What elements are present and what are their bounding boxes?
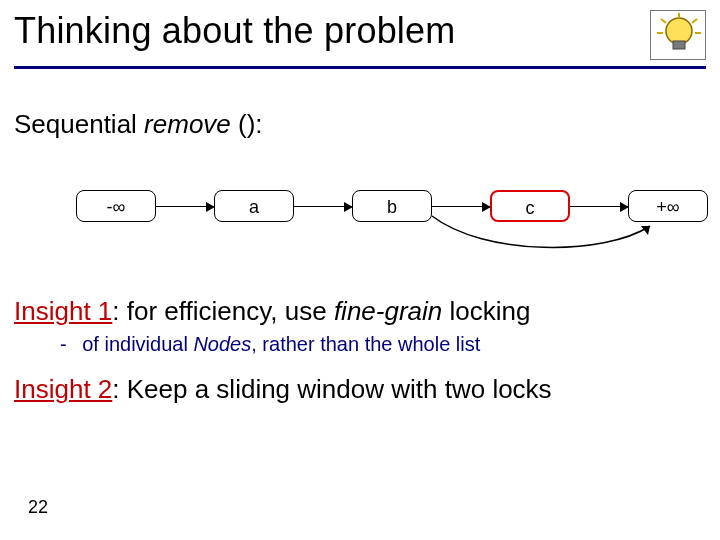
sub1-pre: of individual <box>82 333 193 355</box>
svg-line-4 <box>692 19 697 23</box>
subtitle-method: remove <box>144 109 238 139</box>
sub1-post: , rather than the whole list <box>251 333 480 355</box>
slide-title: Thinking about the problem <box>14 10 455 52</box>
lightbulb-icon <box>650 10 706 60</box>
bypass-arrow <box>14 186 714 266</box>
title-bar: Thinking about the problem <box>14 10 706 69</box>
insight-1-text-2: locking <box>442 296 530 326</box>
insight-2: Insight 2: Keep a sliding window with tw… <box>14 374 706 405</box>
insight-2-label: Insight 2 <box>14 374 112 404</box>
subtitle: Sequential remove (): <box>14 109 706 140</box>
subtitle-suffix: (): <box>238 109 263 139</box>
sub1-ital: Nodes <box>193 333 251 355</box>
bullet-dash: - <box>60 333 67 355</box>
svg-line-3 <box>661 19 666 23</box>
insight-1-label: Insight 1 <box>14 296 112 326</box>
insight-2-text: : Keep a sliding window with two locks <box>112 374 551 404</box>
svg-rect-1 <box>673 41 685 49</box>
insight-1-sub: - of individual Nodes, rather than the w… <box>60 333 706 356</box>
page-number: 22 <box>28 497 48 518</box>
svg-point-0 <box>666 18 692 44</box>
linked-list-diagram: -∞ a b c +∞ <box>14 186 706 256</box>
insight-1-text-1: : for efficiency, use <box>112 296 334 326</box>
insight-1: Insight 1: for efficiency, use fine-grai… <box>14 296 706 327</box>
insight-1-ital: fine-grain <box>334 296 442 326</box>
subtitle-prefix: Sequential <box>14 109 144 139</box>
